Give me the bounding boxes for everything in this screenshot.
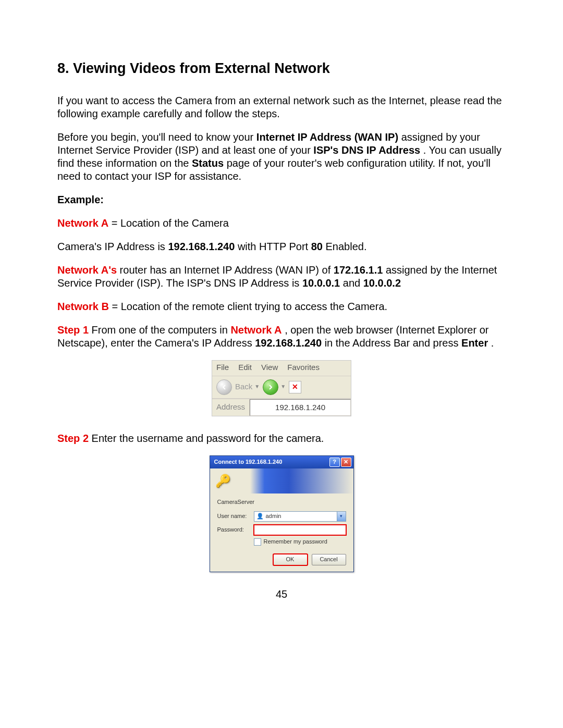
auth-dialog: Connect to 192.168.1.240 ? ✕ 🔑 CameraSer…: [210, 455, 354, 572]
wan-ip-value: 172.16.1.1: [334, 264, 383, 276]
text: = Location of the remote client trying t…: [112, 301, 387, 312]
text: = Location of the Camera: [112, 217, 229, 229]
example-label: Example:: [57, 193, 506, 206]
dns1-value: 10.0.0.1: [302, 277, 340, 289]
network-b-line: Network B = Location of the remote clien…: [57, 300, 506, 313]
address-label: Address: [212, 399, 250, 416]
username-value: admin: [266, 513, 282, 520]
browser-menu-bar: File Edit View Favorites: [212, 361, 351, 376]
user-icon: 👤: [256, 513, 264, 520]
stop-button[interactable]: ✕: [289, 381, 301, 393]
ok-button[interactable]: OK: [273, 554, 308, 565]
network-a-term: Network A: [57, 217, 108, 229]
cancel-button[interactable]: Cancel: [312, 554, 346, 565]
back-button[interactable]: [216, 379, 232, 395]
remember-checkbox[interactable]: [254, 538, 261, 546]
chevron-down-icon[interactable]: ▼: [254, 384, 260, 390]
dialog-realm: CameraServer: [217, 499, 346, 506]
text: and: [343, 277, 363, 289]
text: with HTTP Port: [238, 241, 311, 252]
before-begin-paragraph: Before you begin, you'll need to know yo…: [57, 131, 506, 183]
text: in the Address Bar and press: [325, 337, 461, 349]
network-a-line: Network A = Location of the Camera: [57, 217, 506, 230]
address-bar: Address 192.168.1.240: [212, 399, 351, 416]
dialog-banner: 🔑: [210, 468, 353, 493]
wan-ip-term: Internet IP Address (WAN IP): [256, 131, 398, 143]
network-a-possessive: Network A's: [57, 264, 117, 276]
password-input[interactable]: [254, 525, 346, 535]
step-2-label: Step 2: [57, 433, 89, 444]
menu-view[interactable]: View: [261, 363, 278, 373]
text: router has an Internet IP Address (WAN I…: [120, 264, 334, 276]
dns-ip-term: ISP's DNS IP Address: [313, 144, 420, 156]
username-row: User name: 👤 admin ▾: [217, 511, 346, 522]
address-input[interactable]: 192.168.1.240: [250, 399, 351, 416]
username-combo[interactable]: 👤 admin ▾: [254, 511, 346, 522]
menu-file[interactable]: File: [216, 363, 229, 373]
network-a-inline: Network A: [230, 324, 282, 336]
menu-edit[interactable]: Edit: [238, 363, 252, 373]
arrow-left-icon: [221, 384, 227, 390]
text: Before you begin, you'll need to know yo…: [57, 131, 256, 143]
text: Camera's IP Address is: [57, 241, 168, 252]
chevron-down-icon[interactable]: ▼: [280, 384, 286, 390]
help-icon: ?: [333, 459, 336, 466]
text: .: [491, 337, 494, 349]
password-row: Password:: [217, 525, 346, 535]
page-heading: 8. Viewing Videos from External Network: [57, 60, 506, 78]
username-label: User name:: [217, 513, 254, 520]
camera-ip-value: 192.168.1.240: [168, 241, 235, 252]
text: Enter the username and password for the …: [92, 433, 324, 444]
back-label: Back: [235, 382, 252, 392]
close-button[interactable]: ✕: [341, 458, 351, 467]
password-label: Password:: [217, 526, 254, 534]
status-term: Status: [192, 157, 224, 169]
network-a-router-line: Network A's router has an Internet IP Ad…: [57, 264, 506, 290]
browser-screenshot: File Edit View Favorites Back ▼ ▼ ✕ Addr…: [212, 360, 351, 417]
intro-paragraph: If you want to access the Camera from an…: [57, 94, 506, 120]
arrow-right-icon: [267, 384, 274, 390]
page-number: 45: [57, 588, 506, 601]
camera-ip-line: Camera's IP Address is 192.168.1.240 wit…: [57, 240, 506, 253]
browser-toolbar: Back ▼ ▼ ✕: [212, 376, 351, 399]
remember-label: Remember my password: [264, 538, 327, 546]
port-value: 80: [311, 241, 323, 252]
step-2-paragraph: Step 2 Enter the username and password f…: [57, 432, 506, 445]
ip-inline: 192.168.1.240: [255, 337, 322, 349]
dialog-titlebar: Connect to 192.168.1.240 ? ✕: [210, 456, 353, 468]
dns2-value: 10.0.0.2: [363, 277, 401, 289]
x-icon: ✕: [292, 382, 298, 392]
help-button[interactable]: ?: [329, 458, 340, 467]
remember-row: Remember my password: [254, 538, 346, 546]
network-b-term: Network B: [57, 301, 109, 312]
dialog-title: Connect to 192.168.1.240: [214, 459, 328, 466]
chevron-down-icon[interactable]: ▾: [337, 512, 346, 521]
step-1-label: Step 1: [57, 324, 89, 336]
forward-button[interactable]: [263, 379, 278, 395]
enter-key: Enter: [461, 337, 488, 349]
menu-favorites[interactable]: Favorites: [287, 363, 320, 373]
close-icon: ✕: [344, 459, 348, 466]
text: Enabled.: [325, 241, 366, 252]
dialog-buttons: OK Cancel: [217, 554, 346, 565]
dialog-body: CameraServer User name: 👤 admin ▾ Passwo…: [210, 493, 353, 572]
keys-icon: 🔑: [215, 473, 231, 489]
text: From one of the computers in: [92, 324, 231, 336]
step-1-paragraph: Step 1 From one of the computers in Netw…: [57, 324, 506, 350]
